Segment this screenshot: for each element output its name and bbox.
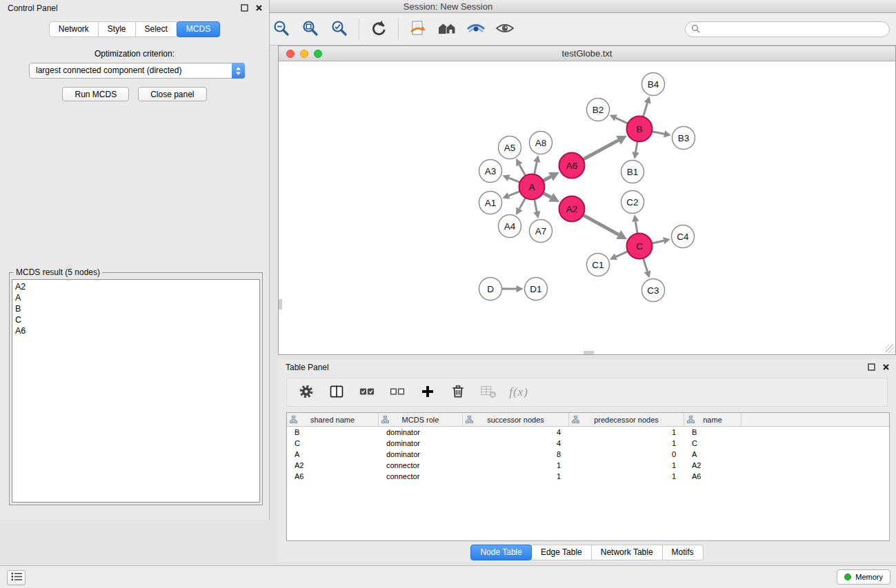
tab-edge-table[interactable]: Edge Table xyxy=(531,545,592,560)
optimization-dropdown[interactable]: largest connected component (directed) xyxy=(29,63,245,79)
tab-mcds[interactable]: MCDS xyxy=(177,21,220,37)
graph-edge-A-A4[interactable] xyxy=(516,198,526,215)
graph-node-A4[interactable]: A4 xyxy=(499,215,521,238)
graph-edge-A-A1[interactable] xyxy=(502,192,519,199)
graph-node-A[interactable]: A xyxy=(519,174,545,200)
graph-edge-C-C4[interactable] xyxy=(652,237,670,244)
graph-node-C3[interactable]: C3 xyxy=(642,279,665,302)
mcds-result-list[interactable]: A2ABCA6 xyxy=(12,279,260,503)
memory-button[interactable]: Memory xyxy=(837,569,890,585)
graph-edge-C-C2[interactable] xyxy=(632,214,639,233)
graph-node-D1[interactable]: D1 xyxy=(525,278,548,301)
float-panel-button[interactable] xyxy=(239,3,249,13)
table-row[interactable]: Adominator80A xyxy=(287,449,889,460)
column-header-predecessor-nodes[interactable]: predecessor nodes xyxy=(569,413,684,427)
graph-node-B4[interactable]: B4 xyxy=(642,73,665,96)
tab-style[interactable]: Style xyxy=(98,21,136,37)
refresh-button[interactable] xyxy=(366,15,392,43)
table-row[interactable]: Bdominator41B xyxy=(287,427,889,438)
horizontal-scrollbar[interactable] xyxy=(584,351,594,354)
delete-table-button[interactable] xyxy=(476,381,501,404)
resize-grip[interactable] xyxy=(886,345,895,354)
network-minimize-icon[interactable] xyxy=(300,50,308,58)
table-row[interactable]: A6connector11A6 xyxy=(287,471,889,482)
close-panel-button[interactable] xyxy=(254,3,263,13)
graph-edge-A2-C[interactable] xyxy=(583,215,627,239)
tab-network[interactable]: Network xyxy=(49,21,99,37)
zoom-selected-button[interactable] xyxy=(326,15,352,43)
table-row[interactable]: Cdominator41C xyxy=(287,438,889,449)
graph-node-B3[interactable]: B3 xyxy=(673,127,695,150)
graph-node-B1[interactable]: B1 xyxy=(621,161,644,183)
network-graph[interactable]: AA1A2A3A4A5A6A7A8BB1B2B3B4CC1C2C3C4DD1 xyxy=(279,62,895,354)
graph-node-A7[interactable]: A7 xyxy=(530,220,552,243)
graph-node-B2[interactable]: B2 xyxy=(587,99,610,121)
mcds-result-item[interactable]: C xyxy=(15,314,257,325)
search-input[interactable] xyxy=(704,25,884,34)
zoom-fit-button[interactable] xyxy=(297,15,323,43)
column-header-shared-name[interactable]: shared name xyxy=(287,413,379,427)
tab-select[interactable]: Select xyxy=(135,21,177,37)
graph-node-C2[interactable]: C2 xyxy=(621,191,644,214)
network-canvas[interactable]: AA1A2A3A4A5A6A7A8BB1B2B3B4CC1C2C3C4DD1 xyxy=(279,62,895,354)
tab-motifs[interactable]: Motifs xyxy=(662,545,704,560)
add-entry-button[interactable] xyxy=(415,381,440,404)
visual-styles-button[interactable] xyxy=(463,15,489,43)
table-close-panel-button[interactable] xyxy=(881,363,890,372)
mcds-result-item[interactable]: A xyxy=(15,292,257,303)
graph-edge-A-A3[interactable] xyxy=(502,174,519,182)
search-box[interactable] xyxy=(685,21,890,37)
graph-edge-A-A6[interactable] xyxy=(543,172,559,181)
graph-edge-D-D1[interactable] xyxy=(502,285,524,292)
graph-edge-A-A2[interactable] xyxy=(543,193,559,202)
settings-button[interactable] xyxy=(294,381,319,404)
graph-edge-A-A7[interactable] xyxy=(533,199,540,219)
task-history-button[interactable] xyxy=(7,570,26,585)
fx-button[interactable]: f(x) xyxy=(506,381,531,404)
graph-node-C1[interactable]: C1 xyxy=(587,254,610,276)
graph-node-D[interactable]: D xyxy=(479,278,502,301)
tab-node-table[interactable]: Node Table xyxy=(470,545,532,560)
delete-entry-button[interactable] xyxy=(446,381,470,404)
select-checks-button[interactable] xyxy=(355,381,379,404)
graph-node-A2[interactable]: A2 xyxy=(559,196,585,222)
mcds-result-item[interactable]: A6 xyxy=(15,325,257,336)
graph-edge-A-A8[interactable] xyxy=(533,155,540,174)
vertical-scrollbar[interactable] xyxy=(279,299,282,310)
clear-checks-button[interactable] xyxy=(385,381,410,404)
network-zoom-icon[interactable] xyxy=(314,50,322,58)
graph-edge-A6-B[interactable] xyxy=(583,136,627,159)
graph-node-A6[interactable]: A6 xyxy=(559,153,585,179)
graph-node-A1[interactable]: A1 xyxy=(479,192,502,214)
network-close-icon[interactable] xyxy=(286,50,295,58)
graph-node-A5[interactable]: A5 xyxy=(499,136,521,159)
graph-node-B[interactable]: B xyxy=(627,116,653,142)
graph-edge-B-B3[interactable] xyxy=(652,130,671,137)
graph-node-A8[interactable]: A8 xyxy=(530,132,552,154)
show-graphics-button[interactable] xyxy=(492,15,518,43)
first-neighbors-button[interactable] xyxy=(434,15,460,43)
column-header-successor-nodes[interactable]: successor nodes xyxy=(463,413,569,427)
table-row[interactable]: A2connector11A2 xyxy=(287,460,889,471)
mcds-result-item[interactable]: A2 xyxy=(15,281,257,292)
graph-edge-B-B2[interactable] xyxy=(610,114,628,123)
apply-layout-button[interactable] xyxy=(405,15,431,43)
split-columns-button[interactable] xyxy=(324,381,349,404)
close-panel-action-button[interactable]: Close panel xyxy=(138,87,206,101)
graph-node-C4[interactable]: C4 xyxy=(672,225,695,248)
column-header-name[interactable]: name xyxy=(684,413,741,427)
run-mcds-button[interactable]: Run MCDS xyxy=(62,87,129,101)
graph-edge-B-B1[interactable] xyxy=(632,141,639,159)
zoom-out-button[interactable] xyxy=(268,15,295,43)
graph-node-A3[interactable]: A3 xyxy=(479,160,502,183)
table-float-panel-button[interactable] xyxy=(866,363,876,372)
graph-edge-A-A5[interactable] xyxy=(516,159,526,176)
tab-network-table[interactable]: Network Table xyxy=(591,545,663,560)
graph-edge-B-B4[interactable] xyxy=(643,97,650,117)
network-window-titlebar[interactable]: testGlobe.txt xyxy=(279,46,895,61)
graph-node-C[interactable]: C xyxy=(627,234,653,259)
mcds-result-item[interactable]: B xyxy=(15,303,257,314)
graph-edge-C-C3[interactable] xyxy=(644,258,651,278)
graph-edge-C-C1[interactable] xyxy=(610,252,628,260)
column-header-mcds-role[interactable]: MCDS role xyxy=(379,413,463,427)
